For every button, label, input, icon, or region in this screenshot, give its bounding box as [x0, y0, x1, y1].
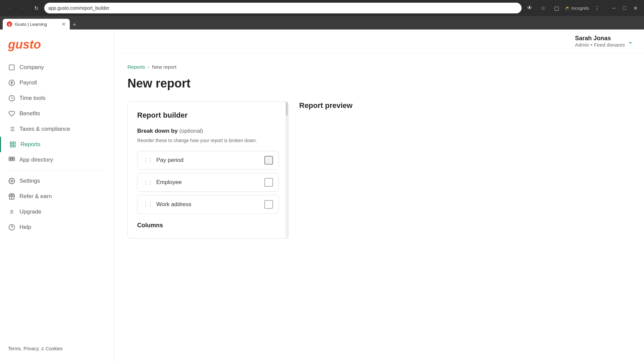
content-area: Reports › New report New report Report b… — [114, 53, 644, 362]
report-preview-panel: Report preview — [299, 101, 631, 110]
sidebar-label-app-directory: App directory — [19, 157, 53, 163]
user-menu-chevron[interactable]: ⌄ — [628, 37, 633, 45]
apps-icon — [8, 156, 15, 164]
checkbox-employee[interactable] — [264, 178, 273, 187]
grid-icon — [9, 141, 16, 148]
panel-scroll-area: Report builder Break down by (optional) … — [128, 102, 288, 238]
panel-scrollbar-thumb[interactable] — [286, 102, 288, 116]
back-button[interactable]: ← — [4, 3, 15, 13]
cookies-link[interactable]: Cookies — [46, 346, 63, 351]
tab-favicon: g — [7, 21, 12, 27]
sidebar-label-upgrade: Upgrade — [19, 208, 41, 215]
terms-link[interactable]: Terms — [8, 346, 21, 351]
svg-rect-0 — [9, 65, 14, 70]
breadcrumb-separator: › — [148, 64, 149, 69]
drag-label-employee: Employee — [156, 179, 264, 186]
clock-icon — [8, 95, 15, 102]
privacy-link[interactable]: Privacy — [23, 346, 39, 351]
sidebar-item-help[interactable]: Help — [0, 220, 114, 235]
window-icon[interactable]: ▢ — [551, 3, 562, 13]
logo-text: gusto — [8, 38, 41, 51]
svg-rect-16 — [9, 159, 11, 161]
report-preview-title: Report preview — [299, 101, 631, 110]
sidebar-item-time-tools[interactable]: Time tools — [0, 90, 114, 106]
sidebar-label-help: Help — [19, 224, 31, 231]
drag-handle-pay-period: ⋮⋮ — [143, 157, 152, 164]
svg-rect-18 — [13, 159, 14, 161]
page-title: New report — [127, 76, 631, 90]
two-col-layout: Report builder Break down by (optional) … — [127, 101, 631, 239]
sidebar-item-refer[interactable]: Refer & earn — [0, 189, 114, 204]
sidebar-item-reports[interactable]: Reports — [0, 137, 114, 152]
user-info: Sarah Jonas Admin • Feed donares ⌄ — [575, 35, 633, 48]
sidebar-item-upgrade[interactable]: Upgrade — [0, 204, 114, 220]
sidebar-item-taxes[interactable]: Taxes & compliance — [0, 121, 114, 137]
sidebar: gusto Company Payroll T — [0, 29, 114, 362]
app-header: Sarah Jonas Admin • Feed donares ⌄ — [114, 29, 644, 53]
sidebar-label-settings: Settings — [19, 178, 40, 184]
checkbox-pay-period[interactable] — [264, 156, 273, 165]
sidebar-item-benefits[interactable]: Benefits — [0, 106, 114, 121]
breadcrumb-current: New report — [152, 64, 176, 70]
drag-item-pay-period[interactable]: ⋮⋮ Pay period — [137, 151, 279, 170]
svg-rect-15 — [13, 157, 14, 159]
svg-point-19 — [11, 180, 13, 182]
address-text: app.gusto.com/report_builder — [48, 5, 109, 11]
new-tab-button[interactable]: + — [70, 20, 79, 29]
drag-label-work-address: Work address — [156, 201, 264, 208]
tab-close-button[interactable]: ✕ — [62, 21, 66, 27]
active-tab[interactable]: g Gusto | Learning ✕ — [3, 19, 70, 29]
main-wrapper: Sarah Jonas Admin • Feed donares ⌄ Repor… — [114, 29, 644, 362]
svg-rect-10 — [13, 142, 15, 144]
svg-rect-13 — [9, 157, 11, 159]
checkbox-work-address[interactable] — [264, 200, 273, 209]
sidebar-item-payroll[interactable]: Payroll — [0, 75, 114, 90]
svg-rect-12 — [13, 145, 15, 147]
gift-icon — [8, 193, 15, 200]
sidebar-label-payroll: Payroll — [19, 79, 37, 86]
break-down-desc: Reorder these to change how your report … — [137, 137, 279, 144]
drag-handle-employee: ⋮⋮ — [143, 179, 152, 186]
maximize-button[interactable]: □ — [620, 3, 629, 13]
breadcrumb-reports-link[interactable]: Reports — [127, 64, 145, 70]
panel-scrollbar-track — [285, 102, 288, 238]
svg-rect-14 — [11, 157, 13, 159]
drag-label-pay-period: Pay period — [156, 157, 264, 164]
menu-button[interactable]: ⋮ — [592, 3, 602, 13]
sidebar-label-time-tools: Time tools — [19, 95, 46, 102]
star-icon[interactable]: ☆ — [538, 3, 548, 13]
app-container: gusto Company Payroll T — [0, 29, 644, 362]
sidebar-label-taxes: Taxes & compliance — [19, 126, 70, 132]
minimize-button[interactable]: – — [609, 3, 619, 13]
window-controls: – □ ✕ — [609, 3, 640, 13]
sidebar-label-refer: Refer & earn — [19, 193, 52, 200]
sidebar-divider — [8, 170, 106, 171]
browser-nav-controls: ← → ↻ — [4, 3, 42, 13]
drag-handle-work-address: ⋮⋮ — [143, 201, 152, 208]
sidebar-item-settings[interactable]: Settings — [0, 173, 114, 189]
upgrade-icon — [8, 208, 15, 216]
incognito-badge: 🥷 Incognito — [565, 6, 589, 11]
heart-icon — [8, 110, 15, 117]
drag-item-employee[interactable]: ⋮⋮ Employee — [137, 173, 279, 192]
help-icon — [8, 224, 15, 231]
sidebar-item-company[interactable]: Company — [0, 60, 114, 75]
drag-item-work-address[interactable]: ⋮⋮ Work address — [137, 195, 279, 214]
incognito-icon: 🥷 — [565, 6, 570, 11]
svg-rect-11 — [10, 145, 12, 147]
address-bar[interactable]: app.gusto.com/report_builder — [44, 3, 522, 13]
user-role: Admin • Feed donares — [575, 42, 625, 48]
columns-label: Columns — [137, 222, 279, 229]
sidebar-label-reports: Reports — [20, 141, 41, 148]
logo: gusto — [0, 35, 114, 60]
sidebar-item-app-directory[interactable]: App directory — [0, 152, 114, 168]
sidebar-nav: Company Payroll Time tools — [0, 60, 114, 341]
forward-button[interactable]: → — [17, 3, 28, 13]
user-name: Sarah Jonas — [575, 35, 625, 42]
reload-button[interactable]: ↻ — [31, 3, 42, 13]
svg-rect-9 — [10, 142, 12, 144]
close-button[interactable]: ✕ — [631, 3, 640, 13]
eye-icon[interactable]: 👁 — [524, 3, 535, 13]
address-bar-right: 👁 ☆ ▢ 🥷 Incognito ⋮ — [524, 3, 602, 13]
report-builder-panel: Report builder Break down by (optional) … — [127, 101, 288, 239]
